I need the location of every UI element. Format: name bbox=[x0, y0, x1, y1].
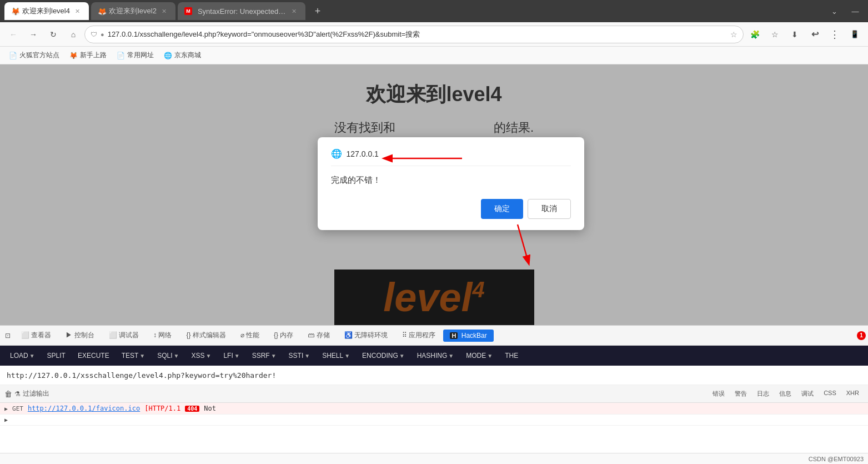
devtools-tab-network[interactable]: ↕ 网络 bbox=[147, 328, 178, 342]
devtools-cursor-icon[interactable]: ⊡ bbox=[2, 330, 13, 341]
devtools-tab-hackbar[interactable]: H HackBar bbox=[443, 330, 493, 342]
filter-tab-warnings[interactable]: 警告 bbox=[730, 388, 751, 400]
new-tab-button[interactable]: + bbox=[310, 3, 325, 19]
bookmark-globe-icon: 🌐 bbox=[164, 52, 172, 59]
bookmark-jd[interactable]: 🌐 京东商城 bbox=[159, 49, 205, 62]
filter-tab-xhr[interactable]: XHR bbox=[842, 388, 864, 400]
bookmark-newbie[interactable]: 🦊 新手上路 bbox=[65, 49, 111, 62]
nav-right-icons: 🧩 ☆ ⬇ ↩ ⋮ 📱 bbox=[746, 26, 864, 43]
tab-favicon-level4: 🦊 bbox=[11, 7, 19, 15]
tab-title-syntax: SyntaxError: Unexpected tok... bbox=[198, 7, 287, 16]
devtools-tabs-row: ⊡ ⬜ 查看器 ▶ 控制台 ⬜ 调试器 ↕ 网络 {} bbox=[0, 326, 868, 346]
devtools-tab-debugger[interactable]: ⬜ 调试器 bbox=[102, 328, 145, 342]
devtools-tab-console[interactable]: ▶ 控制台 bbox=[59, 328, 101, 342]
filter-tab-errors[interactable]: 错误 bbox=[708, 388, 729, 400]
hackbar-execute[interactable]: EXECUTE bbox=[72, 350, 115, 362]
filter-tab-logs[interactable]: 日志 bbox=[752, 388, 774, 400]
console-icon: ▶ bbox=[66, 331, 72, 339]
console-log-entry: ▶ GET http://127.0.0.1/favicon.ico [HTTP… bbox=[0, 403, 868, 415]
hackbar-encoding[interactable]: ENCODING ▼ bbox=[357, 350, 410, 362]
bookmark-common-label: 常用网址 bbox=[127, 51, 154, 60]
log-url[interactable]: http://127.0.0.1/favicon.ico bbox=[28, 405, 140, 412]
minimize-button[interactable]: — bbox=[847, 3, 864, 19]
accessibility-icon: ♿ bbox=[344, 331, 353, 339]
filter-tab-css[interactable]: CSS bbox=[819, 388, 841, 400]
devtools-tab-style-editor[interactable]: {} 样式编辑器 bbox=[179, 328, 232, 342]
network-icon: ↕ bbox=[153, 331, 157, 339]
clear-console-button[interactable]: 🗑 bbox=[4, 390, 12, 398]
status-text: CSDN @EMT00923 bbox=[809, 456, 864, 462]
tab-level2[interactable]: 🦊 欢迎来到level2 ✕ bbox=[91, 2, 175, 20]
nav-bar: ← → ↻ ⌂ 🛡 ● ☆ 🧩 ☆ ⬇ ↩ ⋮ 📱 bbox=[0, 22, 868, 47]
expand-entry2-button[interactable]: ▶ bbox=[4, 417, 8, 423]
cancel-button[interactable]: 取消 bbox=[528, 199, 571, 219]
hackbar-icon: H bbox=[450, 332, 458, 339]
address-bar[interactable]: 🛡 ● ☆ bbox=[84, 26, 744, 43]
hackbar-xss[interactable]: XSS ▼ bbox=[185, 350, 217, 362]
hackbar-lfi[interactable]: LFI ▼ bbox=[218, 350, 245, 362]
style-icon: {} bbox=[186, 331, 190, 339]
hackbar: LOAD ▼ SPLIT EXECUTE TEST ▼ SQLI ▼ XSS ▼ bbox=[0, 346, 868, 366]
bookmark-newbie-label: 新手上路 bbox=[80, 51, 107, 60]
arrow2-decoration bbox=[495, 224, 551, 275]
bookmark-common[interactable]: 📄 常用网址 bbox=[112, 49, 158, 62]
devtools-tab-storage[interactable]: 🗃 存储 bbox=[301, 328, 336, 342]
tab-syntax-error[interactable]: M SyntaxError: Unexpected tok... ✕ bbox=[178, 2, 305, 20]
forward-button[interactable]: → bbox=[24, 26, 42, 43]
downloads-button[interactable]: ⬇ bbox=[786, 26, 804, 43]
filter-tab-info[interactable]: 信息 bbox=[775, 388, 796, 400]
performance-icon: ⌀ bbox=[240, 331, 244, 339]
devtools-panel: ⊡ ⬜ 查看器 ▶ 控制台 ⬜ 调试器 ↕ 网络 {} bbox=[0, 325, 868, 453]
bookmark-star-icon[interactable]: ☆ bbox=[730, 30, 737, 39]
bookmark-folder-icon: 📄 bbox=[117, 52, 125, 59]
hackbar-test[interactable]: TEST ▼ bbox=[116, 350, 151, 362]
tab-list-button[interactable]: ⌄ bbox=[826, 3, 842, 19]
hackbar-split[interactable]: SPLIT bbox=[42, 350, 71, 362]
home-button[interactable]: ⌂ bbox=[64, 26, 82, 43]
hackbar-ssti[interactable]: SSTI ▼ bbox=[283, 350, 316, 362]
console-log-area: ▶ GET http://127.0.0.1/favicon.ico [HTTP… bbox=[0, 403, 868, 453]
filter-tab-debug[interactable]: 调试 bbox=[797, 388, 818, 400]
confirm-button[interactable]: 确定 bbox=[481, 199, 523, 219]
expand-entry-button[interactable]: ▶ bbox=[4, 406, 8, 412]
menu-button[interactable]: ⋮ bbox=[826, 26, 844, 43]
extensions-button[interactable]: 🧩 bbox=[746, 26, 764, 43]
back-button[interactable]: ← bbox=[4, 26, 22, 43]
hackbar-the[interactable]: THE bbox=[499, 350, 524, 362]
devtools-bottom-bar: 🗑 ⚗ 过滤输出 错误 警告 日志 信息 调试 CSS XHR bbox=[0, 385, 868, 403]
filter-label: 过滤输出 bbox=[23, 389, 49, 398]
more-tools-button[interactable]: ↩ bbox=[806, 26, 824, 43]
hackbar-mode[interactable]: MODE ▼ bbox=[460, 350, 498, 362]
console-log-entry-2: ▶ bbox=[0, 415, 868, 426]
hackbar-ssrf[interactable]: SSRF ▼ bbox=[247, 350, 282, 362]
hackbar-shell[interactable]: SHELL ▼ bbox=[317, 350, 355, 362]
dialog-buttons: 确定 取消 bbox=[331, 199, 571, 219]
tab-close-syntax[interactable]: ✕ bbox=[290, 7, 299, 16]
tab-close-level2[interactable]: ✕ bbox=[160, 7, 169, 16]
devtools-tab-inspector[interactable]: ⬜ 查看器 bbox=[14, 328, 58, 342]
svg-line-3 bbox=[518, 224, 529, 263]
tab-title-level4: 欢迎来到level4 bbox=[22, 6, 70, 16]
tab-level4[interactable]: 🦊 欢迎来到level4 ✕ bbox=[4, 2, 89, 20]
error-count-badge: 1 bbox=[857, 331, 866, 340]
hackbar-url-input[interactable] bbox=[7, 371, 861, 380]
reload-button[interactable]: ↻ bbox=[44, 26, 62, 43]
devtools-tab-performance[interactable]: ⌀ 性能 bbox=[234, 328, 266, 342]
log-method: GET bbox=[12, 405, 23, 412]
bookmark-jd-label: 京东商城 bbox=[174, 51, 201, 60]
bookmark-icon-btn[interactable]: ☆ bbox=[766, 26, 784, 43]
mobile-icon[interactable]: 📱 bbox=[846, 26, 864, 43]
devtools-tab-accessibility[interactable]: ♿ 无障碍环境 bbox=[338, 328, 394, 342]
status-bar: CSDN @EMT00923 bbox=[0, 453, 868, 464]
tab-close-level4[interactable]: ✕ bbox=[73, 7, 82, 16]
hackbar-load[interactable]: LOAD ▼ bbox=[4, 350, 41, 362]
devtools-tab-application[interactable]: ⠿ 应用程序 bbox=[395, 328, 442, 342]
filter-icon: ⚗ bbox=[14, 390, 21, 398]
dialog-message: 完成的不错！ bbox=[331, 175, 571, 186]
bookmark-firefox[interactable]: 📄 火狐官方站点 bbox=[4, 49, 64, 62]
address-input[interactable] bbox=[108, 30, 727, 38]
hackbar-sqli[interactable]: SQLI ▼ bbox=[152, 350, 184, 362]
browser-window: 🦊 欢迎来到level4 ✕ 🦊 欢迎来到level2 ✕ M SyntaxEr… bbox=[0, 0, 868, 464]
devtools-tab-memory[interactable]: {} 内存 bbox=[267, 328, 300, 342]
hackbar-hashing[interactable]: HASHING ▼ bbox=[412, 350, 460, 362]
